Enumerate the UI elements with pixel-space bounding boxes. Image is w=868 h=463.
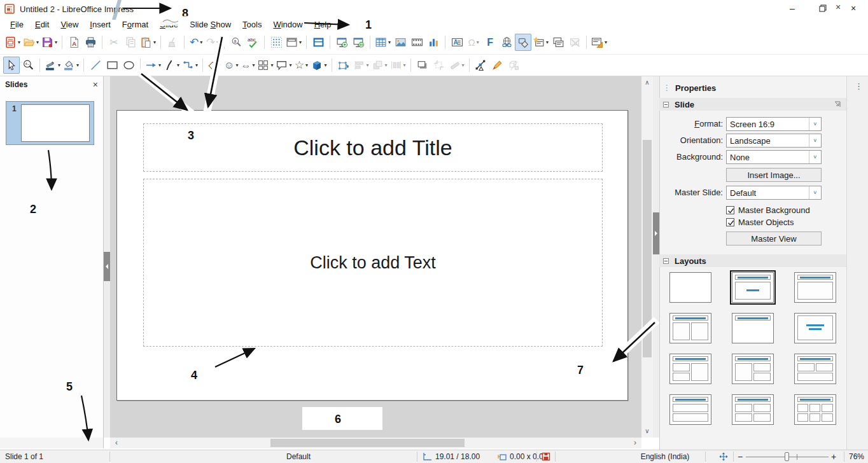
- zoom-slider-thumb[interactable]: [785, 452, 789, 461]
- new-slide-button[interactable]: ▾: [531, 34, 550, 51]
- dropdown-arrow-icon[interactable]: ▾: [18, 39, 20, 45]
- layout-4content[interactable]: [732, 394, 774, 425]
- dropdown-arrow-icon[interactable]: ▾: [305, 62, 308, 68]
- right-pane-splitter[interactable]: [653, 76, 659, 438]
- insert-table-button[interactable]: ▾: [374, 34, 392, 51]
- dropdown-arrow-icon[interactable]: ▾: [158, 62, 161, 68]
- dropdown-arrow-icon[interactable]: ▾: [462, 62, 465, 68]
- clone-formatting-button[interactable]: [164, 34, 181, 51]
- chevron-down-icon[interactable]: ˅: [809, 118, 821, 130]
- open-button[interactable]: ▾: [22, 34, 40, 51]
- layout-title-slide[interactable]: [732, 272, 774, 303]
- unsaved-changes-icon[interactable]: [542, 452, 550, 461]
- dropdown-arrow-icon[interactable]: ▾: [477, 39, 479, 45]
- cut-button[interactable]: ✂: [106, 34, 122, 51]
- layout-blank[interactable]: [669, 272, 711, 303]
- edit-points-button[interactable]: [473, 57, 489, 74]
- ellipse-button[interactable]: [120, 57, 137, 74]
- layout-2content-over-content[interactable]: [794, 354, 836, 384]
- fill-color-button[interactable]: ▾: [62, 57, 80, 74]
- toggle-extrusion-button[interactable]: [506, 57, 522, 74]
- insert-media-button[interactable]: [409, 34, 425, 51]
- glue-points-button[interactable]: [489, 57, 506, 74]
- insert-textbox-button[interactable]: A: [449, 34, 465, 51]
- arrange-button[interactable]: ▾: [370, 57, 389, 74]
- master-background-checkbox[interactable]: [726, 206, 734, 214]
- zoom-in-button[interactable]: +: [831, 450, 836, 463]
- distribute-button[interactable]: ▾: [389, 57, 407, 74]
- master-background-checkbox-row[interactable]: Master Background: [726, 205, 810, 215]
- layout-title-content[interactable]: [794, 272, 836, 303]
- stars-button[interactable]: ☆▾: [293, 57, 309, 74]
- display-views-button[interactable]: ▾: [284, 34, 303, 51]
- dropdown-arrow-icon[interactable]: ▾: [235, 62, 238, 68]
- dropdown-arrow-icon[interactable]: ▾: [403, 62, 406, 68]
- save-button[interactable]: ▾: [40, 34, 59, 51]
- align-button[interactable]: ▾: [352, 57, 370, 74]
- menu-tools[interactable]: Tools: [237, 19, 267, 30]
- insert-chart-button[interactable]: [425, 34, 442, 51]
- title-placeholder[interactable]: Click to add Title: [143, 123, 603, 172]
- dropdown-arrow-icon[interactable]: ▾: [76, 62, 79, 68]
- duplicate-slide-button[interactable]: [550, 34, 566, 51]
- new-presentation-button[interactable]: ▾: [3, 34, 22, 51]
- find-replace-button[interactable]: a: [228, 34, 244, 51]
- menu-insert[interactable]: Insert: [84, 19, 116, 30]
- master-objects-checkbox-row[interactable]: Master Objects: [726, 217, 794, 227]
- insert-image-button[interactable]: Insert Image...: [726, 168, 822, 182]
- paste-button[interactable]: ▾: [139, 34, 157, 51]
- close-button[interactable]: ×: [843, 0, 864, 17]
- insert-line-button[interactable]: [87, 57, 104, 74]
- delete-slide-button[interactable]: [566, 34, 583, 51]
- curves-polygons-button[interactable]: ▾: [162, 57, 181, 74]
- chevron-down-icon[interactable]: ˅: [809, 151, 821, 163]
- scroll-right-icon[interactable]: ›: [630, 438, 640, 448]
- chevron-down-icon[interactable]: ˅: [809, 134, 821, 147]
- layouts-section-header[interactable]: Layouts: [659, 254, 846, 267]
- dropdown-arrow-icon[interactable]: ▾: [385, 62, 388, 68]
- menu-slide-show[interactable]: Slide Show: [184, 19, 237, 30]
- minimize-button[interactable]: –: [781, 0, 803, 17]
- master-objects-checkbox[interactable]: [726, 218, 734, 226]
- dropdown-arrow-icon[interactable]: ▾: [270, 62, 273, 68]
- lines-arrows-button[interactable]: ▾: [144, 57, 162, 74]
- layout-title-only[interactable]: [732, 313, 774, 343]
- display-grid-button[interactable]: [268, 34, 284, 51]
- select-button[interactable]: [3, 57, 20, 74]
- connectors-button[interactable]: ▾: [181, 57, 199, 74]
- dropdown-arrow-icon[interactable]: ▾: [153, 39, 156, 45]
- flowchart-button[interactable]: ▾: [256, 57, 274, 74]
- undo-button[interactable]: ↶▾: [188, 34, 204, 51]
- layout-2content-content[interactable]: [669, 354, 711, 384]
- sidebar-close-icon[interactable]: ×: [836, 2, 841, 12]
- menu-view[interactable]: View: [55, 19, 84, 30]
- 3d-objects-button[interactable]: ▾: [309, 57, 328, 74]
- language-status[interactable]: English (India): [630, 450, 700, 463]
- menu-edit[interactable]: Edit: [29, 19, 55, 30]
- dropdown-arrow-icon[interactable]: ▾: [388, 39, 391, 45]
- sidebar-menu-icon[interactable]: ⋮: [855, 81, 863, 91]
- special-character-button[interactable]: Ω▾: [465, 34, 482, 51]
- layout-6content[interactable]: [794, 394, 836, 425]
- dropdown-arrow-icon[interactable]: ▾: [55, 39, 57, 45]
- rectangle-button[interactable]: [104, 57, 120, 74]
- text-placeholder[interactable]: Click to add Text: [143, 179, 603, 347]
- draw-functions-button[interactable]: [515, 34, 531, 51]
- zoom-level[interactable]: 76%: [849, 450, 864, 463]
- slides-panel-close-icon[interactable]: ×: [93, 79, 98, 90]
- zoom-out-button[interactable]: −: [738, 450, 743, 463]
- horizontal-scrollbar-thumb[interactable]: [270, 439, 465, 447]
- dropdown-arrow-icon[interactable]: ▾: [605, 39, 607, 45]
- menu-format[interactable]: Format: [116, 19, 154, 30]
- callouts-button[interactable]: ▾: [274, 57, 293, 74]
- open-dialog-icon[interactable]: [834, 100, 841, 108]
- layout-content-2content[interactable]: [732, 354, 774, 384]
- start-from-first-slide-button[interactable]: [333, 34, 350, 51]
- collapse-section-icon[interactable]: [663, 258, 669, 264]
- format-dropdown[interactable]: Screen 16:9˅: [726, 117, 822, 131]
- left-splitter-grip[interactable]: [104, 252, 110, 281]
- start-from-current-slide-button[interactable]: [350, 34, 367, 51]
- print-button[interactable]: [82, 34, 99, 51]
- dropdown-arrow-icon[interactable]: ▾: [252, 62, 255, 68]
- dropdown-arrow-icon[interactable]: ▾: [546, 39, 549, 45]
